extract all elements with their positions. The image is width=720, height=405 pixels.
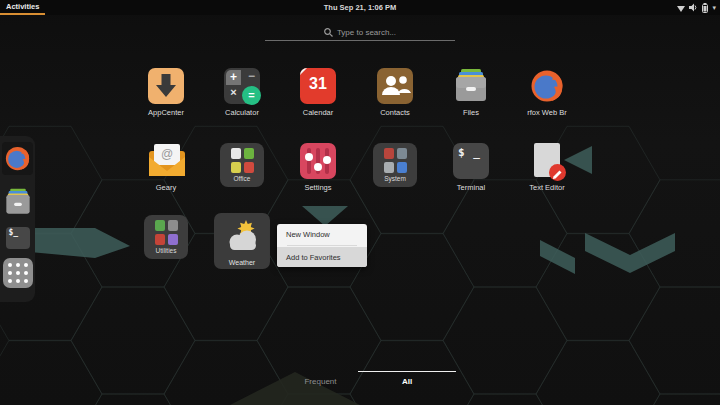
terminal-icon: $ _ (453, 143, 489, 179)
search-icon (324, 28, 333, 37)
wallpaper-teal-shape (30, 228, 130, 258)
geary-at-glyph: @ (161, 147, 173, 161)
search-placeholder: Type to search... (337, 28, 396, 37)
weather-selection-highlight: Weather (214, 213, 270, 269)
battery-icon (702, 3, 708, 13)
appcenter-icon (148, 68, 184, 104)
app-appcenter[interactable]: AppCenter (130, 68, 202, 117)
calendar-day-number: 31 (300, 75, 336, 93)
weather-icon (222, 218, 262, 254)
app-label: Files (435, 108, 507, 117)
calendar-icon: 31 (300, 68, 336, 104)
dock-item-terminal[interactable]: $_ (0, 227, 35, 249)
firefox-icon (529, 68, 565, 104)
pencil-icon (549, 164, 566, 181)
app-grid-icon (3, 258, 33, 288)
tab-frequent[interactable]: Frequent (283, 377, 358, 386)
volume-icon (689, 3, 698, 12)
calc-minus: − (248, 68, 255, 85)
geary-icon: @ (148, 143, 184, 179)
app-weather-selected[interactable]: Weather (206, 213, 278, 269)
wallpaper-hex-pattern (0, 0, 720, 405)
app-folder-utilities[interactable]: Utilities (130, 215, 202, 259)
app-text-editor[interactable]: Text Editor (511, 143, 583, 192)
utilities-folder-icon: Utilities (144, 215, 188, 259)
app-label: rfox Web Br (511, 108, 583, 117)
app-label: Settings (282, 183, 354, 192)
terminal-prompt-glyph: $ _ (458, 146, 481, 159)
app-label: Contacts (359, 108, 431, 117)
tab-all[interactable]: All (358, 371, 456, 386)
app-label: Geary (130, 183, 202, 192)
settings-icon (300, 143, 336, 179)
folder-label: System (373, 175, 417, 182)
dock: $_ (0, 136, 35, 302)
app-folder-system[interactable]: System (359, 143, 431, 187)
files-icon (4, 188, 32, 216)
contacts-icon (377, 68, 413, 104)
calc-times: × (226, 85, 241, 100)
app-calculator[interactable]: + − × = Calculator (206, 68, 278, 117)
firefox-icon (4, 145, 31, 172)
menu-item-new-window[interactable]: New Window (277, 224, 367, 244)
files-icon (453, 68, 489, 104)
terminal-icon: $_ (6, 227, 30, 249)
dock-item-firefox[interactable] (0, 145, 35, 172)
calculator-icon: + − × = (224, 68, 260, 104)
chevron-down-icon: ▾ (712, 0, 716, 15)
menu-item-add-to-favorites[interactable]: Add to Favorites (277, 247, 367, 267)
context-menu: New Window Add to Favorites (277, 224, 367, 267)
dock-item-files[interactable] (0, 188, 35, 216)
wallpaper-teal-shape (302, 206, 348, 226)
folder-label: Office (220, 175, 264, 182)
office-folder-icon: Office (220, 143, 264, 187)
app-terminal[interactable]: $ _ Terminal (435, 143, 507, 192)
desktop-overview: Activities Thu Sep 21, 1:06 PM ▾ Type to… (0, 0, 720, 405)
app-label: Calendar (282, 108, 354, 117)
menu-separator (287, 245, 357, 246)
app-files[interactable]: Files (435, 68, 507, 117)
folder-label: Utilities (144, 247, 188, 254)
calc-equals: = (242, 86, 261, 105)
calc-plus: + (226, 70, 241, 85)
wallpaper-teal-shape (585, 233, 675, 273)
app-settings[interactable]: Settings (282, 143, 354, 192)
network-icon (677, 4, 685, 12)
dock-show-applications-button[interactable] (0, 258, 35, 288)
wallpaper-teal-shape (540, 240, 575, 274)
app-label: Terminal (435, 183, 507, 192)
app-geary[interactable]: @ Geary (130, 143, 202, 192)
app-calendar[interactable]: 31 Calendar (282, 68, 354, 117)
top-bar: Activities Thu Sep 21, 1:06 PM ▾ (0, 0, 720, 15)
search-input[interactable]: Type to search... (265, 24, 455, 41)
app-label: Text Editor (511, 183, 583, 192)
app-contacts[interactable]: Contacts (359, 68, 431, 117)
app-firefox[interactable]: rfox Web Br (511, 68, 583, 117)
app-label: Weather (214, 259, 270, 266)
clock[interactable]: Thu Sep 21, 1:06 PM (0, 0, 720, 15)
app-folder-office[interactable]: Office (206, 143, 278, 187)
app-label: AppCenter (130, 108, 202, 117)
app-label: Calculator (206, 108, 278, 117)
system-tray[interactable]: ▾ (677, 0, 716, 15)
system-folder-icon: System (373, 143, 417, 187)
text-editor-icon (529, 143, 565, 179)
